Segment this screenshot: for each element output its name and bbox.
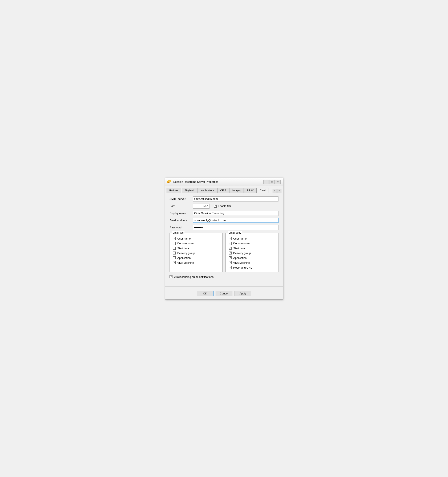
title-starttime-item: Start time [173,247,219,250]
body-vdamachine-item: VDA Machine [229,261,275,264]
port-ssl-row: Port: Enable SSL [169,203,279,209]
title-username-item: User name [173,237,219,240]
tab-email[interactable]: Email [257,188,269,193]
tab-rollover[interactable]: Rollover [167,188,181,193]
tab-rbac[interactable]: RBAC [244,188,257,193]
email-body-group: Email body User name Domain name Start t… [226,233,279,272]
title-domainname-label: Domain name [177,242,194,245]
ssl-group: Enable SSL [214,204,233,208]
button-row: OK Cancel Apply [165,290,283,299]
title-username-label: User name [177,237,191,240]
main-window: Session Recording Server Properties — □ … [165,178,283,299]
tab-nav: ◄ ► [273,189,281,193]
port-input[interactable] [193,203,209,209]
close-button[interactable]: ✕ [275,180,281,184]
title-vdamachine-label: VDA Machine [177,261,194,264]
body-username-item: User name [229,237,275,240]
ssl-checkbox[interactable] [214,205,217,208]
title-vdamachine-item: VDA Machine [173,261,219,264]
tab-playback[interactable]: Playback [182,188,197,193]
tab-content: SMTP server: Port: Enable SSL Display na… [165,193,283,284]
tab-ceip[interactable]: CEIP [217,188,229,193]
title-application-item: Application [173,256,219,260]
app-icon [167,180,172,184]
tab-prev-button[interactable]: ◄ [273,189,277,193]
title-deliverygroup-item: Delivery group [173,251,219,255]
ssl-label: Enable SSL [218,204,233,208]
password-label: Password: [169,226,193,229]
email-title-group-label: Email title [172,231,185,234]
email-title-group: Email title User name Domain name Start … [169,233,222,272]
body-recordingurl-item: Recording URL [229,266,275,269]
title-starttime-checkbox[interactable] [173,247,176,250]
allow-notifications-label: Allow sending email notifications [174,275,214,279]
tab-next-button[interactable]: ► [277,189,281,193]
ok-button[interactable]: OK [197,291,214,296]
body-application-label: Application [233,256,247,260]
window-controls: — □ ✕ [263,180,281,184]
body-application-checkbox[interactable] [229,256,232,259]
body-starttime-checkbox[interactable] [229,247,232,250]
displayname-row: Display name: [169,211,279,216]
allow-notifications-checkbox[interactable] [169,275,173,278]
divider [165,286,283,287]
body-recordingurl-label: Recording URL [233,266,252,269]
tab-notifications[interactable]: Notifications [198,188,217,193]
minimize-button[interactable]: — [263,180,269,184]
title-domainname-item: Domain name [173,242,219,245]
password-row: Password: [169,225,279,230]
title-bar: Session Recording Server Properties — □ … [165,178,283,186]
window-title: Session Recording Server Properties [173,180,262,183]
displayname-input[interactable] [193,211,279,216]
title-username-checkbox[interactable] [173,237,176,240]
title-deliverygroup-checkbox[interactable] [173,251,176,255]
smtp-label: SMTP server: [169,197,193,200]
body-username-checkbox[interactable] [229,237,232,240]
smtp-input[interactable] [193,197,279,202]
tab-bar: Rollover Playback Notifications CEIP Log… [165,186,283,193]
apply-button[interactable]: Apply [234,291,251,296]
body-vdamachine-label: VDA Machine [233,261,250,264]
cancel-button[interactable]: Cancel [215,291,233,296]
body-domainname-label: Domain name [233,242,250,245]
displayname-label: Display name: [169,212,193,215]
checkbox-groups: Email title User name Domain name Start … [169,233,279,272]
body-domainname-item: Domain name [229,242,275,245]
body-domainname-checkbox[interactable] [229,242,232,245]
body-application-item: Application [229,256,275,260]
title-vdamachine-checkbox[interactable] [173,261,176,264]
title-deliverygroup-label: Delivery group [177,251,195,255]
body-recordingurl-checkbox[interactable] [229,266,232,269]
body-vdamachine-checkbox[interactable] [229,261,232,264]
restore-button[interactable]: □ [269,180,275,184]
body-deliverygroup-checkbox[interactable] [229,251,232,255]
title-application-checkbox[interactable] [173,256,176,259]
title-application-label: Application [177,256,191,260]
body-username-label: User name [233,237,247,240]
body-deliverygroup-item: Delivery group [229,251,275,255]
password-input[interactable] [193,225,279,230]
smtp-row: SMTP server: [169,197,279,202]
email-input[interactable] [193,218,279,223]
allow-section: Allow sending email notifications [169,275,279,279]
port-label: Port: [169,204,193,208]
svg-rect-3 [169,181,170,183]
body-starttime-label: Start time [233,247,245,250]
title-domainname-checkbox[interactable] [173,242,176,245]
body-deliverygroup-label: Delivery group [233,251,251,255]
body-starttime-item: Start time [229,247,275,250]
title-starttime-label: Start time [177,247,189,250]
email-body-group-label: Email body [228,231,242,234]
tab-logging[interactable]: Logging [229,188,244,193]
email-row: Email address: [169,218,279,223]
email-label: Email address: [169,219,193,222]
